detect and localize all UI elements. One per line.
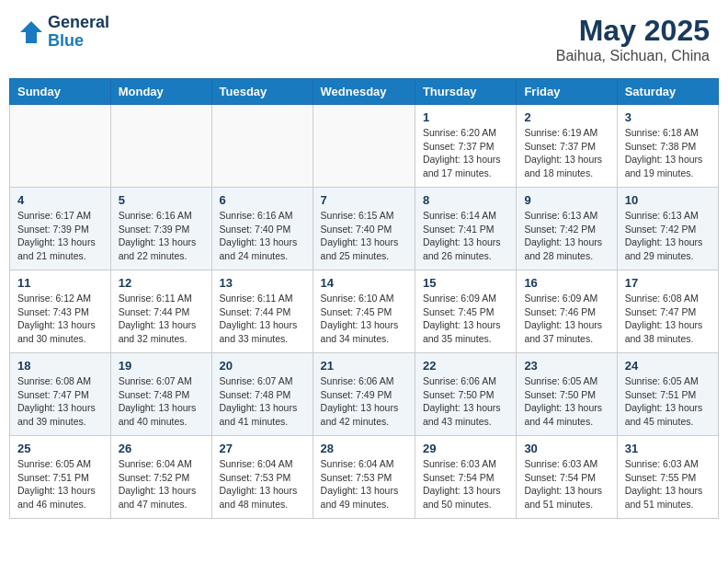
sunset-text: Sunset: 7:41 PM <box>423 224 495 235</box>
day-cell-10: 10Sunrise: 6:13 AMSunset: 7:42 PMDayligh… <box>617 188 718 270</box>
sunset-text: Sunset: 7:53 PM <box>220 472 291 483</box>
day-cell-29: 29Sunrise: 6:03 AMSunset: 7:54 PMDayligh… <box>415 436 516 519</box>
daylight-text: Daylight: 13 hours and 47 minutes. <box>119 485 197 510</box>
day-number: 20 <box>220 359 305 373</box>
day-cell-30: 30Sunrise: 6:03 AMSunset: 7:54 PMDayligh… <box>517 436 617 519</box>
day-cell-15: 15Sunrise: 6:09 AMSunset: 7:45 PMDayligh… <box>415 270 516 353</box>
day-number: 9 <box>524 193 609 207</box>
day-number: 1 <box>423 110 508 124</box>
day-cell-22: 22Sunrise: 6:06 AMSunset: 7:50 PMDayligh… <box>415 353 516 436</box>
week-row-1: 1Sunrise: 6:20 AMSunset: 7:37 PMDaylight… <box>10 105 719 188</box>
sunrise-text: Sunrise: 6:11 AM <box>119 293 192 304</box>
calendar: SundayMondayTuesdayWednesdayThursdayFrid… <box>9 78 719 519</box>
day-cell-8: 8Sunrise: 6:14 AMSunset: 7:41 PMDaylight… <box>415 188 516 270</box>
daylight-text: Daylight: 13 hours and 26 minutes. <box>423 236 501 261</box>
sunrise-text: Sunrise: 6:06 AM <box>423 375 496 386</box>
daylight-text: Daylight: 13 hours and 18 minutes. <box>524 154 602 178</box>
empty-cell <box>110 105 211 188</box>
sunset-text: Sunset: 7:54 PM <box>524 472 596 483</box>
day-cell-28: 28Sunrise: 6:04 AMSunset: 7:53 PMDayligh… <box>313 436 415 519</box>
daylight-text: Daylight: 13 hours and 38 minutes. <box>625 319 703 344</box>
daylight-text: Daylight: 13 hours and 34 minutes. <box>321 319 399 344</box>
day-cell-27: 27Sunrise: 6:04 AMSunset: 7:53 PMDayligh… <box>211 436 313 519</box>
sunrise-text: Sunrise: 6:09 AM <box>524 293 597 304</box>
sunset-text: Sunset: 7:52 PM <box>119 472 190 483</box>
weekday-header-wednesday: Wednesday <box>313 79 415 105</box>
day-cell-1: 1Sunrise: 6:20 AMSunset: 7:37 PMDaylight… <box>415 105 516 188</box>
sunset-text: Sunset: 7:48 PM <box>119 389 190 400</box>
day-cell-19: 19Sunrise: 6:07 AMSunset: 7:48 PMDayligh… <box>110 353 211 436</box>
day-info: Sunrise: 6:18 AMSunset: 7:38 PMDaylight:… <box>625 126 711 180</box>
day-cell-31: 31Sunrise: 6:03 AMSunset: 7:55 PMDayligh… <box>617 436 718 519</box>
weekday-header-saturday: Saturday <box>617 79 718 105</box>
daylight-text: Daylight: 13 hours and 44 minutes. <box>524 402 602 427</box>
daylight-text: Daylight: 13 hours and 41 minutes. <box>220 402 298 427</box>
sunrise-text: Sunrise: 6:06 AM <box>321 375 394 386</box>
day-info: Sunrise: 6:06 AMSunset: 7:49 PMDaylight:… <box>321 374 407 429</box>
sunrise-text: Sunrise: 6:10 AM <box>321 293 394 304</box>
day-cell-12: 12Sunrise: 6:11 AMSunset: 7:44 PMDayligh… <box>110 270 211 353</box>
logo-text: General Blue <box>48 14 109 51</box>
svg-marker-0 <box>20 21 42 43</box>
sunset-text: Sunset: 7:43 PM <box>17 306 89 317</box>
sunrise-text: Sunrise: 6:11 AM <box>220 293 293 304</box>
weekday-header-monday: Monday <box>110 79 211 105</box>
daylight-text: Daylight: 13 hours and 25 minutes. <box>321 236 399 261</box>
daylight-text: Daylight: 13 hours and 28 minutes. <box>524 236 602 261</box>
day-info: Sunrise: 6:15 AMSunset: 7:40 PMDaylight:… <box>321 209 407 263</box>
day-number: 21 <box>321 359 407 373</box>
day-info: Sunrise: 6:20 AMSunset: 7:37 PMDaylight:… <box>423 126 508 180</box>
day-cell-7: 7Sunrise: 6:15 AMSunset: 7:40 PMDaylight… <box>313 188 415 270</box>
daylight-text: Daylight: 13 hours and 24 minutes. <box>220 236 298 261</box>
empty-cell <box>313 105 415 188</box>
sunset-text: Sunset: 7:39 PM <box>17 224 89 235</box>
logo: General Blue <box>18 14 109 51</box>
sunrise-text: Sunrise: 6:04 AM <box>220 458 293 469</box>
sunrise-text: Sunrise: 6:03 AM <box>625 458 699 469</box>
sunset-text: Sunset: 7:42 PM <box>625 224 697 235</box>
day-number: 16 <box>524 276 609 290</box>
day-info: Sunrise: 6:19 AMSunset: 7:37 PMDaylight:… <box>524 126 609 180</box>
day-cell-6: 6Sunrise: 6:16 AMSunset: 7:40 PMDaylight… <box>211 188 313 270</box>
day-cell-18: 18Sunrise: 6:08 AMSunset: 7:47 PMDayligh… <box>10 353 111 436</box>
sunset-text: Sunset: 7:47 PM <box>625 306 697 317</box>
sunset-text: Sunset: 7:40 PM <box>220 224 291 235</box>
daylight-text: Daylight: 13 hours and 46 minutes. <box>17 485 96 510</box>
sunset-text: Sunset: 7:39 PM <box>119 224 190 235</box>
sunrise-text: Sunrise: 6:15 AM <box>321 210 394 221</box>
day-number: 28 <box>321 442 407 455</box>
sunset-text: Sunset: 7:47 PM <box>17 389 89 400</box>
weekday-header-thursday: Thursday <box>415 79 516 105</box>
sunrise-text: Sunrise: 6:08 AM <box>625 293 699 304</box>
day-info: Sunrise: 6:03 AMSunset: 7:54 PMDaylight:… <box>524 457 609 511</box>
day-cell-9: 9Sunrise: 6:13 AMSunset: 7:42 PMDaylight… <box>517 188 617 270</box>
day-number: 5 <box>119 193 204 207</box>
sunrise-text: Sunrise: 6:05 AM <box>524 375 597 386</box>
day-number: 29 <box>423 442 508 455</box>
daylight-text: Daylight: 13 hours and 33 minutes. <box>220 319 298 344</box>
day-info: Sunrise: 6:12 AMSunset: 7:43 PMDaylight:… <box>17 292 103 346</box>
day-cell-5: 5Sunrise: 6:16 AMSunset: 7:39 PMDaylight… <box>110 188 211 270</box>
day-number: 13 <box>220 276 305 290</box>
day-info: Sunrise: 6:13 AMSunset: 7:42 PMDaylight:… <box>625 209 711 263</box>
day-info: Sunrise: 6:10 AMSunset: 7:45 PMDaylight:… <box>321 292 407 346</box>
day-cell-21: 21Sunrise: 6:06 AMSunset: 7:49 PMDayligh… <box>313 353 415 436</box>
day-number: 18 <box>17 359 103 373</box>
daylight-text: Daylight: 13 hours and 43 minutes. <box>423 402 501 427</box>
day-cell-16: 16Sunrise: 6:09 AMSunset: 7:46 PMDayligh… <box>517 270 617 353</box>
day-number: 23 <box>524 359 609 373</box>
daylight-text: Daylight: 13 hours and 40 minutes. <box>119 402 197 427</box>
day-info: Sunrise: 6:08 AMSunset: 7:47 PMDaylight:… <box>625 292 711 346</box>
day-number: 14 <box>321 276 407 290</box>
day-info: Sunrise: 6:11 AMSunset: 7:44 PMDaylight:… <box>220 292 305 346</box>
sunrise-text: Sunrise: 6:04 AM <box>321 458 394 469</box>
weekday-header-sunday: Sunday <box>10 79 111 105</box>
day-number: 3 <box>625 110 711 124</box>
daylight-text: Daylight: 13 hours and 51 minutes. <box>524 485 602 510</box>
day-cell-17: 17Sunrise: 6:08 AMSunset: 7:47 PMDayligh… <box>617 270 718 353</box>
sunset-text: Sunset: 7:45 PM <box>423 306 495 317</box>
sunset-text: Sunset: 7:50 PM <box>524 389 596 400</box>
day-number: 17 <box>625 276 711 290</box>
day-cell-11: 11Sunrise: 6:12 AMSunset: 7:43 PMDayligh… <box>10 270 111 353</box>
sunset-text: Sunset: 7:38 PM <box>625 141 697 152</box>
